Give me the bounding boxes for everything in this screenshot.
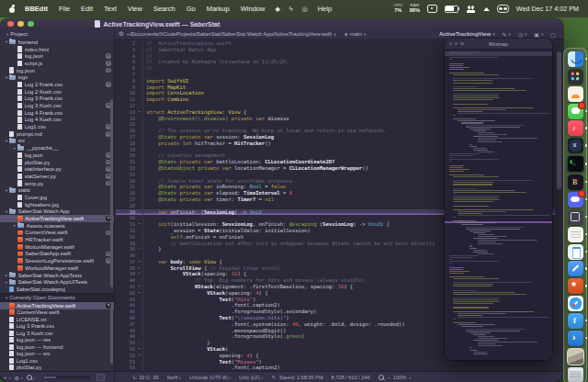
discord-icon[interactable] (568, 192, 583, 208)
open-documents-header[interactable]: ▾ Currently Open Documents (0, 293, 114, 302)
tree-item[interactable]: lightsabers.jpg (0, 201, 114, 208)
close-document-icon[interactable]: × (106, 82, 111, 87)
tree-item[interactable]: Log 3 Kush.csv× (0, 102, 114, 109)
vscode-icon[interactable] (568, 331, 583, 346)
fold-marker-icon[interactable]: ⌐ (136, 340, 142, 346)
tree-item[interactable]: log.json× (0, 152, 114, 159)
open-document-item[interactable]: log.json — frontend (0, 343, 114, 351)
project-header[interactable]: ▾ Project (0, 29, 115, 39)
file-path[interactable]: ~/Documents/XCodeProjects/SaberStat/Sabe… (127, 31, 332, 37)
open-document-item[interactable]: ContentView.swift (0, 309, 114, 317)
launchpad-icon[interactable] (568, 69, 583, 84)
display-menu-icon[interactable] (427, 5, 437, 14)
fold-marker-icon[interactable]: ▾ (136, 290, 142, 297)
xcode-icon[interactable] (568, 261, 583, 276)
tree-item[interactable]: ▾static (0, 186, 114, 194)
fold-marker-icon[interactable]: ⌐ (136, 246, 142, 253)
tree-item[interactable]: ▾logs (0, 73, 114, 81)
music-icon[interactable] (568, 120, 583, 136)
open-document-item[interactable]: Log 3 Kush.csv (0, 330, 114, 337)
tree-scrollbar[interactable] (110, 99, 114, 287)
menu-window[interactable]: Window (235, 5, 271, 13)
gear-icon[interactable]: ⚙ (119, 30, 124, 38)
battery-icon[interactable] (445, 6, 458, 13)
fold-marker-icon[interactable]: ▾ (136, 265, 142, 272)
fold-marker-icon[interactable]: ▾ (136, 271, 142, 277)
minimap-content[interactable] (445, 49, 552, 360)
writable-pencil-icon[interactable]: ✎ (271, 375, 276, 380)
tree-item[interactable]: Log1.csv× (0, 123, 114, 130)
documents-stack-icon[interactable]: ▣ (534, 31, 539, 38)
notes-icon[interactable] (568, 227, 583, 242)
swirl-app-icon[interactable] (568, 138, 583, 153)
tree-item[interactable]: Log 2 Kush.csv (0, 88, 114, 96)
users-menu-icon[interactable] (466, 6, 476, 13)
open-document-item[interactable]: plotStat.py (0, 365, 114, 372)
text-zoom-control[interactable]: − 100% ▾ (379, 375, 412, 380)
open-document-item[interactable]: log.json — src (0, 351, 114, 358)
blue-f-app-icon[interactable] (568, 313, 583, 329)
safari-icon[interactable] (568, 296, 583, 311)
tree-item[interactable]: ▾SaberStat Watch App (0, 208, 114, 216)
tree-item[interactable]: Log 4 Frank.csv (0, 109, 114, 117)
sunburst-app-icon[interactable] (568, 278, 583, 294)
menu-bbedit[interactable]: BBEdit (19, 5, 53, 13)
tree-item[interactable]: Log 4 Kush.csv (0, 117, 114, 124)
open-docs-scrollbar[interactable] (110, 305, 114, 364)
frame-app-icon[interactable] (568, 209, 583, 225)
fold-marker-icon[interactable]: ▾ (136, 284, 142, 290)
tree-item[interactable]: ▾frontend (0, 39, 114, 46)
wifi-icon[interactable]: ▲ (481, 6, 491, 12)
document-app-icon[interactable] (568, 244, 583, 260)
tree-item[interactable]: ContentView.swift× (0, 230, 114, 237)
close-document-icon[interactable]: × (106, 61, 111, 66)
fold-marker-icon[interactable]: ▾ (136, 346, 142, 353)
editor-scrollbar[interactable] (556, 39, 562, 371)
terminal-icon[interactable] (567, 155, 584, 173)
open-document-item[interactable]: ActiveTrackingView.swift× (0, 302, 114, 309)
git-branch-label[interactable]: main (350, 31, 362, 37)
action-gear-button[interactable]: ⚙ (14, 375, 18, 381)
fold-marker-icon[interactable]: ▾ (136, 259, 142, 265)
finder-icon[interactable] (568, 51, 583, 67)
close-document-icon[interactable]: × (106, 68, 111, 73)
tree-item[interactable]: prompt.md× (0, 130, 114, 138)
open-document-item[interactable]: Log 3 Frank.csv (0, 323, 114, 331)
tree-item[interactable]: SaberStat.xcodeproj (0, 286, 114, 293)
menu-extra-icon-3[interactable]: ◎ (298, 6, 312, 12)
add-item-button[interactable]: + (4, 375, 7, 380)
tree-item[interactable]: SessionLogPersistence.swift× (0, 257, 114, 264)
tree-item[interactable]: ActiveTrackingView.swift× (0, 215, 114, 222)
new-document-icon[interactable]: ▢ (550, 31, 556, 38)
fold-marker-icon[interactable]: ▾ (136, 109, 142, 116)
language-popup[interactable]: Swift▾ (166, 375, 181, 380)
tree-item[interactable]: SaberStatApp.swift× (0, 251, 114, 258)
control-center-icon[interactable] (497, 5, 509, 13)
cpu-stat-widget[interactable]: CPU 7% (394, 4, 402, 14)
fold-marker-icon[interactable]: ▾ (136, 221, 142, 228)
tree-item[interactable]: Cover.jpg (0, 194, 114, 201)
open-document-item[interactable]: Log1.csv (0, 357, 114, 365)
trash-icon[interactable] (568, 367, 583, 382)
tree-item[interactable]: log.json× (0, 52, 114, 60)
tree-item[interactable]: Log 3 Frank.csv (0, 96, 114, 103)
menu-file[interactable]: File (53, 5, 75, 13)
stack-thumbnail-icon[interactable] (567, 348, 584, 365)
tree-item[interactable]: statServer.py× (0, 173, 114, 180)
tree-item[interactable]: HRTracker.swift (0, 236, 114, 243)
open-document-item[interactable]: LICENSE.txt (0, 316, 114, 323)
recent-clock-icon[interactable]: ◷ (518, 31, 523, 38)
menu-search[interactable]: Search (148, 5, 181, 13)
menu-edit[interactable]: Edit (75, 5, 98, 13)
tree-item[interactable]: MotionManager.swift (0, 243, 114, 251)
apple-menu-icon[interactable] (8, 5, 16, 13)
sunset-app-icon[interactable] (568, 86, 583, 102)
search-icon[interactable] (27, 375, 32, 380)
close-button[interactable] (7, 21, 14, 28)
close-document-icon[interactable]: × (106, 53, 111, 59)
menu-markup[interactable]: Markup (201, 5, 235, 13)
tree-item[interactable]: ▸SaberStat Watch AppUITests (0, 278, 114, 286)
sidebar-horizontal-scrollbar[interactable] (42, 376, 90, 380)
ram-stat-widget[interactable]: RAM 88% (410, 4, 420, 14)
b-badge-app-icon[interactable] (568, 174, 583, 190)
